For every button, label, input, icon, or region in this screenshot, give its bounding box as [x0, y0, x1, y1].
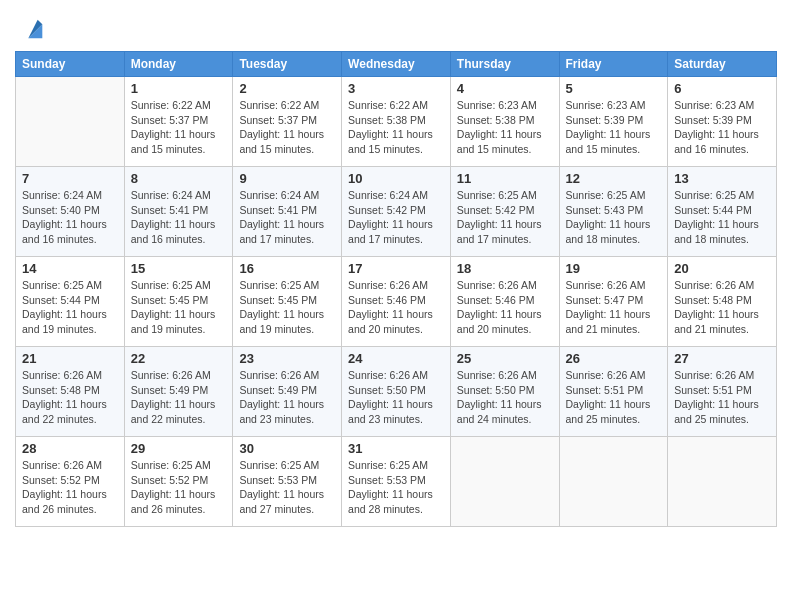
calendar-cell: 29Sunrise: 6:25 AMSunset: 5:52 PMDayligh…: [124, 437, 233, 527]
calendar-cell: 12Sunrise: 6:25 AMSunset: 5:43 PMDayligh…: [559, 167, 668, 257]
weekday-header-sunday: Sunday: [16, 52, 125, 77]
day-number: 30: [239, 441, 335, 456]
day-info: Sunrise: 6:24 AMSunset: 5:42 PMDaylight:…: [348, 188, 444, 247]
calendar-cell: 14Sunrise: 6:25 AMSunset: 5:44 PMDayligh…: [16, 257, 125, 347]
day-info: Sunrise: 6:26 AMSunset: 5:48 PMDaylight:…: [674, 278, 770, 337]
day-info: Sunrise: 6:25 AMSunset: 5:45 PMDaylight:…: [131, 278, 227, 337]
calendar-cell: 23Sunrise: 6:26 AMSunset: 5:49 PMDayligh…: [233, 347, 342, 437]
day-info: Sunrise: 6:22 AMSunset: 5:38 PMDaylight:…: [348, 98, 444, 157]
week-row-1: 1Sunrise: 6:22 AMSunset: 5:37 PMDaylight…: [16, 77, 777, 167]
calendar-cell: 13Sunrise: 6:25 AMSunset: 5:44 PMDayligh…: [668, 167, 777, 257]
day-info: Sunrise: 6:26 AMSunset: 5:49 PMDaylight:…: [239, 368, 335, 427]
calendar-cell: 1Sunrise: 6:22 AMSunset: 5:37 PMDaylight…: [124, 77, 233, 167]
day-number: 23: [239, 351, 335, 366]
calendar-cell: 31Sunrise: 6:25 AMSunset: 5:53 PMDayligh…: [342, 437, 451, 527]
day-info: Sunrise: 6:26 AMSunset: 5:47 PMDaylight:…: [566, 278, 662, 337]
calendar-cell: 15Sunrise: 6:25 AMSunset: 5:45 PMDayligh…: [124, 257, 233, 347]
day-info: Sunrise: 6:23 AMSunset: 5:39 PMDaylight:…: [566, 98, 662, 157]
calendar-cell: 21Sunrise: 6:26 AMSunset: 5:48 PMDayligh…: [16, 347, 125, 437]
weekday-header-tuesday: Tuesday: [233, 52, 342, 77]
calendar-cell: 10Sunrise: 6:24 AMSunset: 5:42 PMDayligh…: [342, 167, 451, 257]
calendar-cell: 19Sunrise: 6:26 AMSunset: 5:47 PMDayligh…: [559, 257, 668, 347]
day-info: Sunrise: 6:26 AMSunset: 5:46 PMDaylight:…: [457, 278, 553, 337]
day-number: 15: [131, 261, 227, 276]
day-number: 11: [457, 171, 553, 186]
calendar-cell: 18Sunrise: 6:26 AMSunset: 5:46 PMDayligh…: [450, 257, 559, 347]
day-number: 20: [674, 261, 770, 276]
day-info: Sunrise: 6:24 AMSunset: 5:41 PMDaylight:…: [131, 188, 227, 247]
calendar-cell: [559, 437, 668, 527]
day-info: Sunrise: 6:26 AMSunset: 5:49 PMDaylight:…: [131, 368, 227, 427]
day-number: 5: [566, 81, 662, 96]
day-number: 14: [22, 261, 118, 276]
calendar-cell: [668, 437, 777, 527]
day-number: 10: [348, 171, 444, 186]
logo: [15, 15, 47, 43]
day-number: 19: [566, 261, 662, 276]
day-info: Sunrise: 6:25 AMSunset: 5:44 PMDaylight:…: [22, 278, 118, 337]
day-number: 18: [457, 261, 553, 276]
calendar-cell: 16Sunrise: 6:25 AMSunset: 5:45 PMDayligh…: [233, 257, 342, 347]
calendar-cell: 24Sunrise: 6:26 AMSunset: 5:50 PMDayligh…: [342, 347, 451, 437]
calendar-cell: 30Sunrise: 6:25 AMSunset: 5:53 PMDayligh…: [233, 437, 342, 527]
calendar-cell: 3Sunrise: 6:22 AMSunset: 5:38 PMDaylight…: [342, 77, 451, 167]
calendar-cell: 25Sunrise: 6:26 AMSunset: 5:50 PMDayligh…: [450, 347, 559, 437]
day-info: Sunrise: 6:25 AMSunset: 5:43 PMDaylight:…: [566, 188, 662, 247]
calendar-cell: 6Sunrise: 6:23 AMSunset: 5:39 PMDaylight…: [668, 77, 777, 167]
day-number: 16: [239, 261, 335, 276]
day-info: Sunrise: 6:25 AMSunset: 5:53 PMDaylight:…: [239, 458, 335, 517]
day-number: 7: [22, 171, 118, 186]
day-number: 13: [674, 171, 770, 186]
weekday-header-thursday: Thursday: [450, 52, 559, 77]
day-info: Sunrise: 6:25 AMSunset: 5:42 PMDaylight:…: [457, 188, 553, 247]
day-info: Sunrise: 6:26 AMSunset: 5:50 PMDaylight:…: [348, 368, 444, 427]
day-number: 3: [348, 81, 444, 96]
calendar-cell: 27Sunrise: 6:26 AMSunset: 5:51 PMDayligh…: [668, 347, 777, 437]
day-info: Sunrise: 6:26 AMSunset: 5:51 PMDaylight:…: [674, 368, 770, 427]
day-number: 27: [674, 351, 770, 366]
day-number: 29: [131, 441, 227, 456]
calendar-table: SundayMondayTuesdayWednesdayThursdayFrid…: [15, 51, 777, 527]
calendar-cell: 26Sunrise: 6:26 AMSunset: 5:51 PMDayligh…: [559, 347, 668, 437]
weekday-header-friday: Friday: [559, 52, 668, 77]
day-number: 17: [348, 261, 444, 276]
week-row-3: 14Sunrise: 6:25 AMSunset: 5:44 PMDayligh…: [16, 257, 777, 347]
calendar-cell: [16, 77, 125, 167]
day-info: Sunrise: 6:26 AMSunset: 5:51 PMDaylight:…: [566, 368, 662, 427]
calendar-cell: 20Sunrise: 6:26 AMSunset: 5:48 PMDayligh…: [668, 257, 777, 347]
day-info: Sunrise: 6:26 AMSunset: 5:48 PMDaylight:…: [22, 368, 118, 427]
day-number: 26: [566, 351, 662, 366]
day-number: 24: [348, 351, 444, 366]
calendar-cell: 8Sunrise: 6:24 AMSunset: 5:41 PMDaylight…: [124, 167, 233, 257]
calendar-cell: 11Sunrise: 6:25 AMSunset: 5:42 PMDayligh…: [450, 167, 559, 257]
day-info: Sunrise: 6:25 AMSunset: 5:52 PMDaylight:…: [131, 458, 227, 517]
week-row-2: 7Sunrise: 6:24 AMSunset: 5:40 PMDaylight…: [16, 167, 777, 257]
day-number: 4: [457, 81, 553, 96]
week-row-4: 21Sunrise: 6:26 AMSunset: 5:48 PMDayligh…: [16, 347, 777, 437]
day-number: 21: [22, 351, 118, 366]
calendar-cell: 5Sunrise: 6:23 AMSunset: 5:39 PMDaylight…: [559, 77, 668, 167]
day-number: 1: [131, 81, 227, 96]
day-info: Sunrise: 6:26 AMSunset: 5:50 PMDaylight:…: [457, 368, 553, 427]
weekday-header-row: SundayMondayTuesdayWednesdayThursdayFrid…: [16, 52, 777, 77]
day-number: 31: [348, 441, 444, 456]
calendar-cell: 2Sunrise: 6:22 AMSunset: 5:37 PMDaylight…: [233, 77, 342, 167]
day-info: Sunrise: 6:26 AMSunset: 5:46 PMDaylight:…: [348, 278, 444, 337]
day-info: Sunrise: 6:26 AMSunset: 5:52 PMDaylight:…: [22, 458, 118, 517]
calendar-cell: [450, 437, 559, 527]
page-header: [15, 10, 777, 43]
day-info: Sunrise: 6:25 AMSunset: 5:45 PMDaylight:…: [239, 278, 335, 337]
day-info: Sunrise: 6:25 AMSunset: 5:53 PMDaylight:…: [348, 458, 444, 517]
calendar-cell: 22Sunrise: 6:26 AMSunset: 5:49 PMDayligh…: [124, 347, 233, 437]
day-info: Sunrise: 6:24 AMSunset: 5:41 PMDaylight:…: [239, 188, 335, 247]
day-info: Sunrise: 6:24 AMSunset: 5:40 PMDaylight:…: [22, 188, 118, 247]
day-info: Sunrise: 6:22 AMSunset: 5:37 PMDaylight:…: [239, 98, 335, 157]
day-info: Sunrise: 6:22 AMSunset: 5:37 PMDaylight:…: [131, 98, 227, 157]
day-number: 25: [457, 351, 553, 366]
day-number: 6: [674, 81, 770, 96]
day-number: 28: [22, 441, 118, 456]
day-number: 2: [239, 81, 335, 96]
weekday-header-monday: Monday: [124, 52, 233, 77]
day-number: 9: [239, 171, 335, 186]
logo-icon: [19, 15, 47, 43]
